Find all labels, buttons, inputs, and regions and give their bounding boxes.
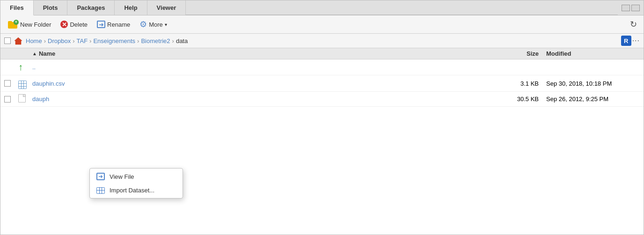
delete-label: Delete xyxy=(70,21,88,28)
home-icon xyxy=(14,37,23,45)
breadcrumb-home[interactable]: Home xyxy=(26,37,42,44)
file-checkbox-0[interactable] xyxy=(4,80,11,87)
context-menu-view-file[interactable]: ➜ View File xyxy=(90,169,183,184)
r-badge[interactable]: R xyxy=(621,36,631,46)
file-name-1[interactable]: dauph xyxy=(32,95,49,103)
new-folder-label: New Folder xyxy=(20,21,51,28)
context-view-file-label: View File xyxy=(110,173,134,180)
file-list-header: ▲ Name Size Modified xyxy=(0,48,644,59)
select-all-checkbox[interactable] xyxy=(4,37,11,44)
context-import-dataset-label: Import Dataset... xyxy=(110,187,154,194)
gear-icon: ⚙ xyxy=(139,19,147,29)
csv-file-icon xyxy=(18,81,27,89)
tab-packages[interactable]: Packages xyxy=(67,0,115,15)
refresh-button[interactable]: ↻ xyxy=(627,19,640,30)
rename-arrow-icon: ➜ xyxy=(99,21,104,28)
breadcrumb-sep-1: › xyxy=(44,37,46,44)
file-checkbox-1[interactable] xyxy=(4,96,11,103)
breadcrumb-sep-4: › xyxy=(137,37,139,44)
folder-tab-icon xyxy=(8,21,12,23)
table-row: dauph 30.5 KB Sep 26, 2012, 9:25 PM xyxy=(0,92,644,107)
doc-file-icon xyxy=(18,94,26,103)
parent-dir-label[interactable]: .. xyxy=(32,64,36,71)
header-size-col[interactable]: Size xyxy=(499,50,546,57)
more-button[interactable]: ⚙ More ▾ xyxy=(136,18,171,31)
breadcrumb-enseignements[interactable]: Enseignements xyxy=(93,37,135,44)
file-size-1: 30.5 KB xyxy=(517,95,539,103)
file-modified-1: Sep 26, 2012, 9:25 PM xyxy=(546,95,608,103)
tab-files[interactable]: Files xyxy=(0,0,34,15)
sort-arrow-icon: ▲ xyxy=(32,51,37,56)
tab-bar: Files Plots Packages Help Viewer xyxy=(0,0,644,15)
tab-help[interactable]: Help xyxy=(115,0,147,15)
table-row: dauphin.csv 3.1 KB Sep 30, 2018, 10:18 P… xyxy=(0,75,644,92)
header-name-col[interactable]: ▲ Name xyxy=(32,50,499,57)
breadcrumb-sep-2: › xyxy=(73,37,74,44)
context-menu: ➜ View File Import Dataset... xyxy=(89,168,183,198)
new-folder-button[interactable]: + New Folder xyxy=(4,19,55,30)
minimize-button[interactable] xyxy=(622,5,630,11)
file-size-0: 3.1 KB xyxy=(520,80,539,87)
breadcrumb-more-button[interactable]: ··· xyxy=(632,37,640,45)
delete-icon: ✕ xyxy=(60,21,68,28)
up-arrow-icon: ↑ xyxy=(18,62,23,72)
more-dropdown-icon: ▾ xyxy=(165,22,167,27)
delete-button[interactable]: ✕ Delete xyxy=(57,19,91,29)
header-modified-col[interactable]: Modified xyxy=(546,50,640,57)
more-label: More xyxy=(149,21,163,28)
file-modified-0: Sep 30, 2018, 10:18 PM xyxy=(546,80,612,87)
file-name-0[interactable]: dauphin.csv xyxy=(32,80,65,87)
tab-viewer[interactable]: Viewer xyxy=(147,0,186,15)
breadcrumb-data: data xyxy=(176,37,188,44)
view-file-icon: ➜ xyxy=(96,173,105,180)
svg-rect-1 xyxy=(17,42,20,44)
breadcrumb-dropbox[interactable]: Dropbox xyxy=(48,37,71,44)
tab-plots[interactable]: Plots xyxy=(34,0,68,15)
parent-dir-row: ↑ .. xyxy=(0,59,644,75)
breadcrumb-sep-5: › xyxy=(172,37,174,44)
breadcrumb-biometrie2[interactable]: Biometrie2 xyxy=(141,37,170,44)
context-menu-import-dataset[interactable]: Import Dataset... xyxy=(90,184,183,197)
breadcrumb-taf[interactable]: TAF xyxy=(77,37,88,44)
new-folder-icon: + xyxy=(8,20,18,29)
file-list: ▲ Name Size Modified ↑ .. xyxy=(0,48,644,235)
maximize-button[interactable] xyxy=(631,5,640,11)
rename-icon: ➜ xyxy=(97,21,105,28)
toolbar: + New Folder ✕ Delete ➜ Rename ⚙ More ▾ … xyxy=(0,15,644,34)
plus-badge-icon: + xyxy=(14,20,19,25)
files-panel: Files Plots Packages Help Viewer + New F… xyxy=(0,0,644,235)
rename-button[interactable]: ➜ Rename xyxy=(93,19,134,29)
rename-label: Rename xyxy=(107,21,130,28)
breadcrumb-sep-3: › xyxy=(89,37,91,44)
breadcrumb-bar: Home › Dropbox › TAF › Enseignements › B… xyxy=(0,34,644,48)
import-dataset-icon xyxy=(96,187,105,194)
